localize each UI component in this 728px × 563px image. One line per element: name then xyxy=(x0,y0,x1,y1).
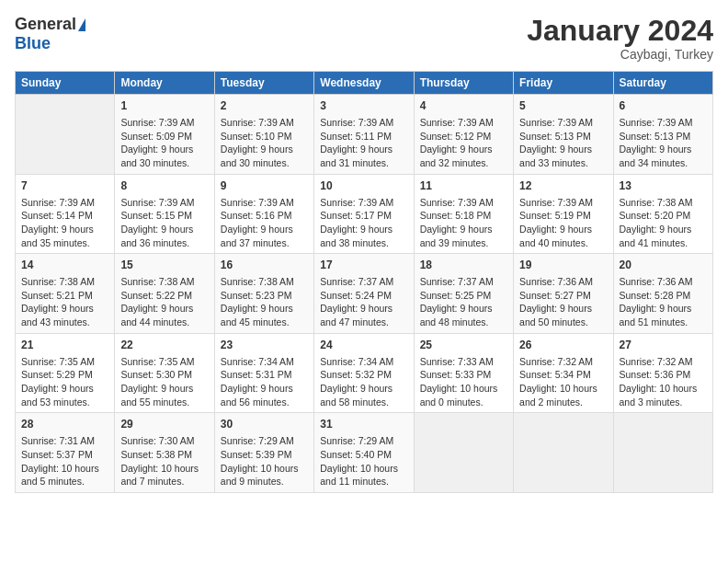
day-info: Daylight: 9 hours xyxy=(21,302,108,316)
day-info: Sunset: 5:16 PM xyxy=(221,209,308,223)
day-info: Sunset: 5:27 PM xyxy=(519,289,607,303)
table-row: 3Sunrise: 7:39 AMSunset: 5:11 PMDaylight… xyxy=(314,95,414,175)
day-info: Sunrise: 7:37 AM xyxy=(420,275,507,289)
day-info: and 47 minutes. xyxy=(320,316,407,329)
day-number: 5 xyxy=(519,98,607,114)
day-number: 25 xyxy=(420,338,507,353)
day-info: Sunrise: 7:39 AM xyxy=(21,196,108,210)
day-number: 3 xyxy=(320,98,407,114)
day-info: Sunrise: 7:38 AM xyxy=(620,196,707,210)
table-row: 5Sunrise: 7:39 AMSunset: 5:13 PMDaylight… xyxy=(514,95,613,175)
day-info: Sunset: 5:13 PM xyxy=(620,130,707,144)
day-info: Sunset: 5:12 PM xyxy=(420,130,507,144)
day-info: and 53 minutes. xyxy=(21,396,108,409)
day-info: Sunset: 5:40 PM xyxy=(320,448,407,462)
table-row: 31Sunrise: 7:29 AMSunset: 5:40 PMDayligh… xyxy=(314,413,414,493)
day-info: Sunrise: 7:34 AM xyxy=(221,355,308,369)
day-number: 15 xyxy=(120,258,208,273)
day-info: Sunrise: 7:39 AM xyxy=(620,116,707,130)
col-wednesday: Wednesday xyxy=(314,72,414,95)
day-info: Sunrise: 7:39 AM xyxy=(320,196,407,210)
calendar-week-row: 14Sunrise: 7:38 AMSunset: 5:21 PMDayligh… xyxy=(16,254,713,334)
col-monday: Monday xyxy=(115,72,214,95)
day-info: and 50 minutes. xyxy=(519,316,607,329)
table-row: 24Sunrise: 7:34 AMSunset: 5:32 PMDayligh… xyxy=(314,333,414,413)
day-info: Sunset: 5:33 PM xyxy=(420,368,507,382)
day-number: 2 xyxy=(221,98,308,114)
day-info: Sunrise: 7:32 AM xyxy=(620,355,707,369)
day-info: Sunrise: 7:39 AM xyxy=(519,196,607,210)
table-row: 11Sunrise: 7:39 AMSunset: 5:18 PMDayligh… xyxy=(414,174,513,254)
day-info: Daylight: 9 hours xyxy=(21,382,108,396)
day-info: Sunset: 5:36 PM xyxy=(620,368,707,382)
day-info: and 40 minutes. xyxy=(519,236,607,250)
day-info: Sunset: 5:28 PM xyxy=(620,289,707,303)
day-info: Daylight: 10 hours xyxy=(620,382,707,396)
day-info: Daylight: 9 hours xyxy=(420,223,507,236)
table-row: 22Sunrise: 7:35 AMSunset: 5:30 PMDayligh… xyxy=(115,333,214,413)
day-info: Daylight: 9 hours xyxy=(120,223,208,236)
table-row xyxy=(16,95,115,175)
day-info: Daylight: 9 hours xyxy=(221,382,308,396)
day-info: and 58 minutes. xyxy=(320,396,407,409)
table-row: 28Sunrise: 7:31 AMSunset: 5:37 PMDayligh… xyxy=(16,413,115,493)
day-info: and 36 minutes. xyxy=(120,236,208,250)
day-info: Sunset: 5:21 PM xyxy=(21,289,108,303)
day-info: Sunrise: 7:39 AM xyxy=(320,116,407,130)
day-info: Sunrise: 7:39 AM xyxy=(120,116,208,130)
day-number: 7 xyxy=(21,178,108,194)
day-info: Sunset: 5:18 PM xyxy=(420,209,507,223)
table-row: 23Sunrise: 7:34 AMSunset: 5:31 PMDayligh… xyxy=(214,333,313,413)
calendar-header-row: Sunday Monday Tuesday Wednesday Thursday… xyxy=(16,72,713,95)
day-info: and 32 minutes. xyxy=(420,156,507,170)
table-row: 2Sunrise: 7:39 AMSunset: 5:10 PMDaylight… xyxy=(214,95,313,175)
calendar-week-row: 1Sunrise: 7:39 AMSunset: 5:09 PMDaylight… xyxy=(16,95,713,175)
day-info: and 34 minutes. xyxy=(620,156,707,170)
col-thursday: Thursday xyxy=(414,72,513,95)
day-number: 4 xyxy=(420,98,507,114)
day-info: Sunrise: 7:38 AM xyxy=(21,275,108,289)
day-info: Sunset: 5:11 PM xyxy=(320,130,407,144)
day-info: Sunrise: 7:39 AM xyxy=(221,116,308,130)
day-info: Sunrise: 7:29 AM xyxy=(320,434,407,448)
table-row: 8Sunrise: 7:39 AMSunset: 5:15 PMDaylight… xyxy=(115,174,214,254)
day-info: Daylight: 9 hours xyxy=(620,143,707,156)
day-info: and 9 minutes. xyxy=(221,475,308,488)
table-row: 6Sunrise: 7:39 AMSunset: 5:13 PMDaylight… xyxy=(613,95,712,175)
day-number: 12 xyxy=(519,178,607,194)
day-info: Daylight: 9 hours xyxy=(320,302,407,316)
logo-general: General xyxy=(15,15,76,34)
day-info: Sunrise: 7:35 AM xyxy=(21,355,108,369)
day-info: and 45 minutes. xyxy=(221,316,308,329)
day-info: Daylight: 9 hours xyxy=(519,143,607,156)
day-number: 10 xyxy=(320,178,407,194)
day-info: Daylight: 9 hours xyxy=(120,302,208,316)
day-number: 17 xyxy=(320,258,407,273)
col-saturday: Saturday xyxy=(613,72,712,95)
col-tuesday: Tuesday xyxy=(214,72,313,95)
calendar-subtitle: Caybagi, Turkey xyxy=(527,47,713,62)
day-info: Daylight: 9 hours xyxy=(221,143,308,156)
day-info: Sunset: 5:23 PM xyxy=(221,289,308,303)
day-info: Daylight: 10 hours xyxy=(420,382,507,396)
day-info: Sunset: 5:32 PM xyxy=(320,368,407,382)
day-info: and 41 minutes. xyxy=(620,236,707,250)
day-info: Sunrise: 7:39 AM xyxy=(120,196,208,210)
table-row: 14Sunrise: 7:38 AMSunset: 5:21 PMDayligh… xyxy=(16,254,115,334)
day-info: Sunrise: 7:35 AM xyxy=(120,355,208,369)
day-info: Sunrise: 7:34 AM xyxy=(320,355,407,369)
day-number: 14 xyxy=(21,258,108,273)
day-info: Daylight: 9 hours xyxy=(21,223,108,236)
day-info: Daylight: 9 hours xyxy=(320,382,407,396)
table-row: 17Sunrise: 7:37 AMSunset: 5:24 PMDayligh… xyxy=(314,254,414,334)
day-number: 20 xyxy=(620,258,707,273)
table-row: 10Sunrise: 7:39 AMSunset: 5:17 PMDayligh… xyxy=(314,174,414,254)
day-info: and 7 minutes. xyxy=(120,475,208,488)
day-number: 29 xyxy=(120,417,208,432)
day-info: Sunrise: 7:39 AM xyxy=(221,196,308,210)
day-info: Sunset: 5:17 PM xyxy=(320,209,407,223)
day-info: Daylight: 9 hours xyxy=(120,143,208,156)
day-info: Sunset: 5:31 PM xyxy=(221,368,308,382)
table-row: 30Sunrise: 7:29 AMSunset: 5:39 PMDayligh… xyxy=(214,413,313,493)
day-number: 9 xyxy=(221,178,308,194)
